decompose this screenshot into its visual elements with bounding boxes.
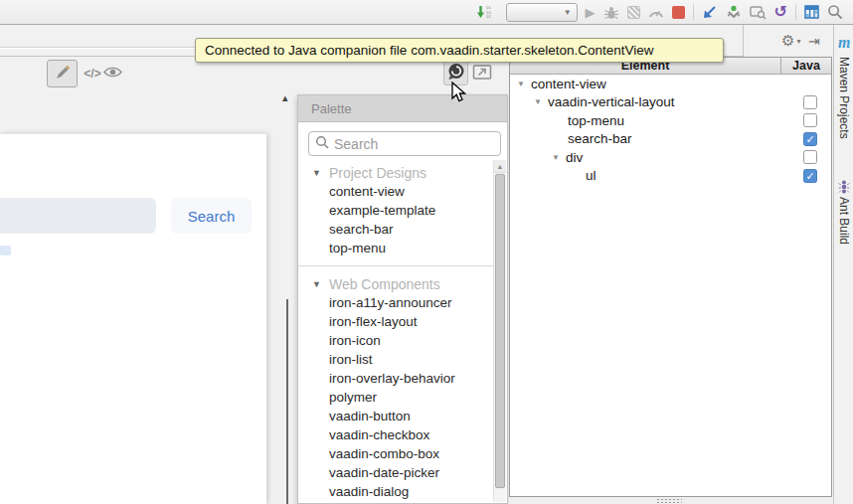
palette-section-divider: [298, 265, 494, 266]
palette-item[interactable]: top-menu: [298, 239, 494, 257]
vcs-update-icon[interactable]: [702, 3, 718, 21]
palette-item[interactable]: content-view: [298, 182, 494, 201]
canvas-list-fragment: [0, 246, 11, 255]
java-checkbox[interactable]: [803, 150, 817, 164]
maven-icon: m: [838, 34, 850, 52]
vcs-commit-icon[interactable]: [726, 3, 742, 21]
palette-group-label: Web Components: [329, 276, 440, 292]
diff-preview-icon[interactable]: [750, 3, 767, 21]
tree-expander-icon[interactable]: ▼: [534, 97, 544, 106]
tool-window-stripe: m Maven Projects Ant Build: [833, 25, 853, 504]
outline-row-div[interactable]: ▼ div: [510, 148, 831, 167]
column-header-java[interactable]: Java: [780, 58, 831, 74]
tree-expander-icon[interactable]: ▼: [552, 153, 562, 162]
vertical-splitter[interactable]: [286, 299, 288, 504]
palette-scrollbar[interactable]: ▲: [493, 160, 506, 502]
palette-item[interactable]: iron-a11y-announcer: [298, 293, 494, 312]
splitter-grip[interactable]: [656, 498, 682, 503]
canvas-search-input[interactable]: [0, 198, 156, 234]
outline-row-label: ul: [586, 168, 597, 183]
hide-icon: ⇥: [808, 33, 820, 49]
preview-mode-button[interactable]: [103, 66, 122, 82]
tree-expander-icon: ▼: [312, 279, 321, 289]
ant-icon: [838, 180, 850, 197]
download-sources-icon[interactable]: 01 10 01: [476, 3, 498, 21]
chevron-down-icon: ▼: [564, 8, 572, 17]
palette-item[interactable]: polymer: [298, 388, 494, 407]
main-toolbar: 01 10 01 ▼ ▶ ↺: [0, 0, 853, 25]
palette-item[interactable]: iron-list: [298, 350, 494, 369]
palette-item[interactable]: iron-flex-layout: [298, 312, 494, 331]
chevron-down-icon: ▾: [796, 37, 800, 46]
table-layout-icon[interactable]: [804, 3, 819, 21]
code-mode-button[interactable]: </>: [82, 64, 103, 84]
palette-group-web-components: ▼ Web Components iron-a11y-announcer iro…: [298, 274, 494, 501]
tooltip-text: Connected to Java companion file com.vaa…: [205, 43, 654, 58]
outline-row-label: search-bar: [568, 131, 632, 146]
outline-row-vaadin-vertical-layout[interactable]: ▼ vaadin-vertical-layout: [510, 93, 831, 112]
palette-item[interactable]: vaadin-dialog: [298, 482, 494, 501]
palette-group-header[interactable]: ▼ Web Components: [298, 274, 494, 293]
open-window-icon: [472, 63, 493, 84]
hide-panel-button[interactable]: ⇥: [808, 33, 820, 49]
scroll-up-icon[interactable]: ▲: [494, 160, 506, 173]
java-checkbox[interactable]: [803, 132, 817, 146]
outline-row-search-bar[interactable]: search-bar: [510, 130, 831, 149]
palette-item[interactable]: vaadin-date-picker: [298, 463, 494, 482]
palette-panel: Palette ▼ Project Designs content-view e…: [297, 94, 508, 504]
gear-icon: ⚙: [781, 32, 794, 50]
outline-row-content-view[interactable]: ▼ content-view: [510, 75, 831, 93]
horizontal-splitter[interactable]: [509, 497, 832, 504]
run-icon[interactable]: ▶: [586, 3, 596, 21]
canvas-search-button-label: Search: [188, 208, 236, 225]
palette-group-header[interactable]: ▼ Project Designs: [298, 163, 494, 182]
palette-item[interactable]: vaadin-combo-box: [298, 444, 494, 463]
tool-button-ant-build[interactable]: Ant Build: [837, 197, 851, 245]
code-icon: </>: [84, 67, 100, 81]
design-canvas[interactable]: Search: [0, 133, 266, 504]
outline-row-label: content-view: [531, 77, 606, 91]
debug-icon[interactable]: [603, 3, 619, 21]
palette-item[interactable]: iron-overlay-behavior: [298, 369, 494, 388]
palette-item[interactable]: vaadin-button: [298, 407, 494, 425]
palette-item[interactable]: search-bar: [298, 220, 494, 239]
scrollbar-thumb[interactable]: [495, 174, 505, 488]
profiler-icon[interactable]: [648, 3, 664, 21]
ide-window: 01 10 01 ▼ ▶ ↺: [0, 0, 853, 504]
pencil-icon: [55, 65, 71, 84]
design-mode-button[interactable]: [47, 60, 78, 87]
toolbar-separator: [693, 4, 694, 20]
search-everywhere-icon[interactable]: [827, 3, 843, 21]
java-checkbox[interactable]: [803, 169, 817, 183]
outline-row-label: vaadin-vertical-layout: [548, 94, 675, 109]
open-in-window-button[interactable]: [470, 63, 494, 84]
tool-button-maven-projects[interactable]: Maven Projects: [837, 57, 851, 139]
outline-row-top-menu[interactable]: top-menu: [510, 111, 831, 130]
palette-group-project-designs: ▼ Project Designs content-view example-t…: [298, 163, 494, 257]
search-icon: [315, 135, 329, 152]
rollback-icon[interactable]: ↺: [774, 3, 787, 21]
java-checkbox[interactable]: [803, 95, 817, 109]
tab-bar-divider: [0, 47, 195, 49]
outline-row-ul[interactable]: ul: [510, 167, 831, 186]
connection-tooltip: Connected to Java companion file com.vaa…: [195, 38, 724, 63]
outline-row-label: top-menu: [568, 113, 624, 128]
palette-item[interactable]: iron-icon: [298, 331, 494, 350]
canvas-search-button[interactable]: Search: [171, 198, 252, 234]
tool-window-options-button[interactable]: ⚙ ▾: [781, 32, 800, 50]
tree-expander-icon[interactable]: ▼: [517, 80, 527, 88]
palette-search-box[interactable]: [308, 131, 501, 156]
tree-expander-icon: ▼: [312, 168, 321, 178]
java-checkbox[interactable]: [803, 113, 817, 127]
collapse-arrow-icon[interactable]: ▴: [282, 92, 288, 103]
stop-icon[interactable]: [672, 6, 685, 19]
palette-item[interactable]: example-template: [298, 201, 494, 220]
run-config-select[interactable]: ▼: [506, 3, 578, 22]
coverage-icon[interactable]: [627, 6, 640, 19]
toolbar-separator: [795, 4, 796, 20]
binary-digits: 01 10 01: [486, 6, 492, 19]
panel-divider: [743, 25, 744, 57]
outline-panel: Element Java ▼ content-view ▼ vaadin-ver…: [509, 57, 832, 497]
palette-search-input[interactable]: [334, 136, 473, 152]
palette-item[interactable]: vaadin-checkbox: [298, 425, 494, 444]
